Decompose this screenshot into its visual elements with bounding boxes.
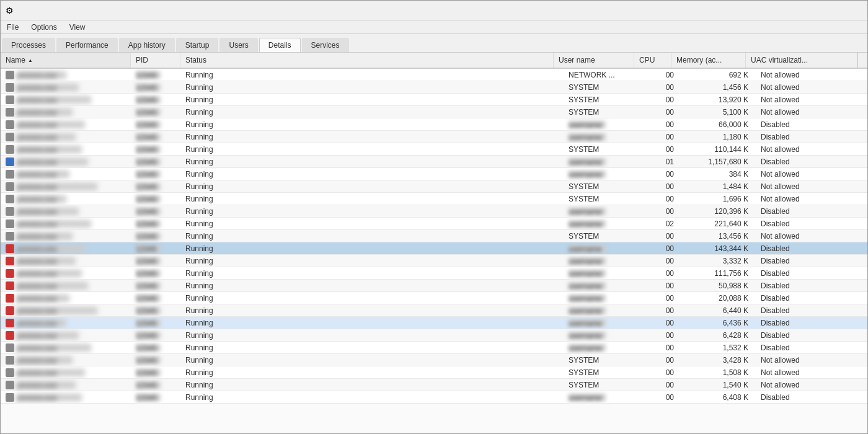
table-row[interactable]: process.exe12345RunningSYSTEM001,456 KNo…: [1, 81, 867, 94]
cell-memory: 110,144 K: [681, 143, 756, 155]
cell-pid: 12345: [131, 342, 180, 353]
cell-name: process.exe: [1, 81, 131, 93]
table-row[interactable]: process.exe12345RunningSYSTEM0013,456 KN…: [1, 230, 867, 242]
cell-uac: Not allowed: [756, 230, 867, 242]
process-icon: [6, 281, 14, 290]
process-icon: [6, 145, 14, 154]
cell-username: username: [564, 329, 644, 341]
close-button[interactable]: [845, 4, 862, 17]
tab-services[interactable]: Services: [302, 38, 349, 52]
cell-memory: 3,428 K: [681, 354, 756, 366]
cell-cpu: 00: [644, 118, 681, 130]
table-row[interactable]: process.exe12345RunningNETWORK ...00692 …: [1, 69, 867, 81]
col-uac[interactable]: UAC virtualizati...: [746, 53, 857, 68]
cell-memory: 1,180 K: [681, 131, 756, 143]
table-row[interactable]: process.exe12345Runningusername0050,988 …: [1, 280, 867, 292]
table-row[interactable]: process.exe12345Runningusername02221,640…: [1, 218, 867, 230]
cell-memory: 6,428 K: [681, 329, 756, 341]
cell-memory: 1,696 K: [681, 193, 756, 205]
cell-memory: 1,484 K: [681, 180, 756, 192]
col-name[interactable]: Name ▲: [1, 53, 131, 68]
menu-file[interactable]: File: [1, 22, 25, 33]
table-row[interactable]: process.exe12345Runningusername006,428 K…: [1, 329, 867, 342]
cell-memory: 1,540 K: [681, 379, 756, 391]
cell-pid: 12345: [131, 379, 180, 391]
table-row[interactable]: process.exe12345Runningusername0066,000 …: [1, 118, 867, 131]
menu-view[interactable]: View: [63, 22, 92, 33]
cell-username: SYSTEM: [564, 366, 644, 378]
table-body[interactable]: process.exe12345RunningNETWORK ...00692 …: [1, 69, 867, 433]
cell-pid: 12345: [131, 106, 180, 118]
cell-memory: 1,532 K: [681, 342, 756, 353]
process-icon: [6, 95, 14, 104]
table-row[interactable]: process.exe12345Runningusername001,180 K…: [1, 131, 867, 143]
cell-name: process.exe: [1, 304, 131, 316]
cell-name: process.exe: [1, 317, 131, 329]
maximize-button[interactable]: [826, 4, 844, 17]
process-icon: [6, 343, 14, 352]
table-row[interactable]: process.exe12345RunningSYSTEM003,428 KNo…: [1, 354, 867, 366]
cell-uac: Disabled: [756, 131, 867, 143]
tab-processes[interactable]: Processes: [2, 38, 55, 52]
cell-status: Running: [180, 317, 564, 329]
table-row[interactable]: process.exe12345Runningusername006,408 K…: [1, 391, 867, 404]
table-row[interactable]: process.exe12345Runningusername006,436 K…: [1, 317, 867, 329]
table-row[interactable]: process.exe12345RunningSYSTEM001,484 KNo…: [1, 180, 867, 193]
table-row[interactable]: process.exe12345Runningusername0020,088 …: [1, 292, 867, 304]
tab-performance[interactable]: Performance: [56, 38, 118, 52]
col-cpu[interactable]: CPU: [634, 53, 671, 68]
col-username[interactable]: User name: [554, 53, 634, 68]
cell-memory: 111,756 K: [681, 267, 756, 279]
cell-status: Running: [180, 118, 564, 130]
cell-name: process.exe: [1, 69, 131, 81]
cell-status: Running: [180, 255, 564, 267]
table-header: Name ▲ PID Status User name CPU Memory (…: [1, 53, 867, 69]
table-row[interactable]: process.exe12345RunningSYSTEM001,696 KNo…: [1, 193, 867, 205]
cell-status: Running: [180, 205, 564, 217]
table-row[interactable]: process.exe12345Runningusername001,532 K…: [1, 342, 867, 354]
cell-cpu: 00: [644, 342, 681, 353]
table-row[interactable]: process.exe12345Runningusername00384 KNo…: [1, 168, 867, 180]
cell-username: username: [564, 317, 644, 329]
table-row[interactable]: process.exe12345RunningSYSTEM001,540 KNo…: [1, 379, 867, 391]
cell-uac: Disabled: [756, 218, 867, 229]
process-icon: [6, 356, 14, 365]
cell-username: username: [564, 267, 644, 279]
process-icon: [6, 232, 14, 241]
table-row[interactable]: process.exe12345Runningusername00120,396…: [1, 205, 867, 218]
cell-username: SYSTEM: [564, 379, 644, 391]
cell-status: Running: [180, 391, 564, 403]
table-row[interactable]: process.exe12345RunningSYSTEM0013,920 KN…: [1, 94, 867, 106]
table-row[interactable]: process.exe12345Runningusername00111,756…: [1, 267, 867, 280]
table-row[interactable]: process.exe12345Runningusername011,157,6…: [1, 156, 867, 168]
table-row[interactable]: process.exe12345RunningSYSTEM005,100 KNo…: [1, 106, 867, 118]
col-pid[interactable]: PID: [131, 53, 180, 68]
tab-startup[interactable]: Startup: [176, 38, 219, 52]
col-memory[interactable]: Memory (ac...: [671, 53, 746, 68]
menu-options[interactable]: Options: [25, 22, 63, 33]
tab-app-history[interactable]: App history: [119, 38, 175, 52]
cell-name: process.exe: [1, 255, 131, 267]
cell-cpu: 00: [644, 143, 681, 155]
cell-username: SYSTEM: [564, 230, 644, 242]
tab-users[interactable]: Users: [219, 38, 257, 52]
cell-name: process.exe: [1, 193, 131, 205]
table-row[interactable]: process.exe12345Runningusername00143,344…: [1, 242, 867, 255]
cell-pid: 12345: [131, 242, 180, 254]
table-row[interactable]: process.exe12345Runningusername003,332 K…: [1, 255, 867, 267]
cell-uac: Disabled: [756, 317, 867, 329]
minimize-button[interactable]: [808, 4, 825, 17]
cell-status: Running: [180, 193, 564, 205]
cell-username: username: [564, 304, 644, 316]
process-icon: [6, 368, 14, 377]
process-icon: [6, 157, 14, 166]
table-row[interactable]: process.exe12345Runningusername006,440 K…: [1, 304, 867, 317]
cell-memory: 1,157,680 K: [681, 156, 756, 167]
cell-name: process.exe: [1, 143, 131, 155]
col-status[interactable]: Status: [180, 53, 554, 68]
cell-name: process.exe: [1, 205, 131, 217]
table-row[interactable]: process.exe12345RunningSYSTEM001,508 KNo…: [1, 366, 867, 379]
cell-username: SYSTEM: [564, 81, 644, 93]
tab-details[interactable]: Details: [259, 38, 301, 52]
table-row[interactable]: process.exe12345RunningSYSTEM00110,144 K…: [1, 143, 867, 156]
